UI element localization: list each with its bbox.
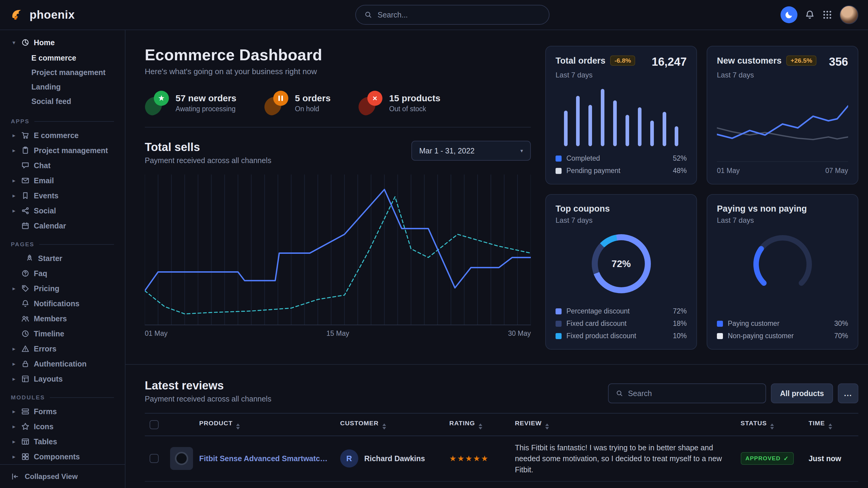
total-orders-bar-chart	[564, 89, 679, 146]
brand-logo-link[interactable]: phoenix	[10, 7, 124, 22]
stats-row: ★ 57 new ordersAwating processing 5 orde…	[145, 91, 531, 128]
paying-gauge-chart	[717, 232, 848, 290]
page-title: Ecommerce Dashboard	[145, 46, 531, 64]
column-header-time[interactable]: TIME	[804, 413, 858, 436]
new-customers-x-axis: 01 May 07 May	[717, 161, 848, 175]
sidebar-item-pricing[interactable]: ▸ Pricing	[7, 281, 118, 296]
column-header-customer[interactable]: CUSTOMER	[335, 413, 444, 436]
sidebar-item-components[interactable]: ▸ Components	[7, 449, 118, 464]
layout-icon	[21, 375, 30, 383]
new-customers-line-chart	[717, 87, 848, 158]
check-icon: ✓	[783, 455, 789, 462]
customer-avatar: R	[340, 449, 358, 467]
chevron-right-icon: ▸	[11, 148, 17, 154]
sidebar-item-home[interactable]: ▾ Home	[7, 35, 118, 50]
customer-name: Richard Dawkins	[364, 454, 425, 463]
reviews-search[interactable]	[608, 383, 766, 403]
tag-icon	[21, 284, 30, 293]
apps-grid-button[interactable]	[822, 10, 832, 20]
new-customers-card: New customers+26.5% 356 Last 7 days 01 M…	[707, 46, 858, 185]
chevron-right-icon: ▸	[11, 423, 17, 430]
sidebar-item-project-management-app[interactable]: ▸ Project management	[7, 143, 118, 158]
row-checkbox[interactable]	[150, 454, 159, 463]
sidebar-item-events[interactable]: ▸ Events	[7, 188, 118, 203]
reviews-search-input[interactable]	[628, 389, 758, 398]
sidebar-item-forms[interactable]: ▸ Forms	[7, 404, 118, 419]
search-icon	[364, 11, 372, 19]
collapse-icon	[11, 472, 19, 481]
rocket-icon	[25, 254, 34, 263]
sidebar-item-starter[interactable]: ▸ Starter	[7, 251, 118, 266]
review-time: Just now	[804, 436, 858, 481]
chevron-right-icon: ▸	[11, 409, 17, 415]
sort-icon	[770, 423, 774, 429]
column-header-rating[interactable]: RATING	[444, 413, 510, 436]
sidebar-item-errors[interactable]: ▸ Errors	[7, 341, 118, 356]
select-all-checkbox[interactable]	[150, 420, 159, 429]
sidebar-item-ecommerce-app[interactable]: ▸ E commerce	[7, 128, 118, 143]
global-search-input[interactable]	[378, 10, 540, 19]
date-range-select[interactable]: Mar 1 - 31, 2022 ▾	[411, 141, 531, 161]
sidebar-item-email[interactable]: ▸ Email	[7, 173, 118, 188]
bookmark-icon	[21, 191, 30, 200]
user-avatar[interactable]	[840, 5, 858, 24]
sidebar-subitem-ecommerce[interactable]: E commerce	[31, 51, 118, 65]
chevron-right-icon: ▸	[11, 208, 17, 214]
legend-item: Pending payment48%	[556, 167, 687, 175]
more-options-button[interactable]: ...	[838, 383, 858, 403]
brand-name: phoenix	[30, 8, 75, 22]
trend-badge: -6.8%	[610, 56, 635, 66]
sidebar-subitem-landing[interactable]: Landing	[31, 79, 118, 94]
sidebar-item-notifications[interactable]: ▸ Notifications	[7, 296, 118, 311]
star-icon: ★	[145, 91, 169, 115]
column-header-review[interactable]: REVIEW	[510, 413, 736, 436]
sidebar-section-pages: PAGES	[11, 241, 114, 248]
sidebar-section-modules: MODULES	[11, 394, 114, 401]
product-link[interactable]: Fitbit Sense Advanced Smartwatch with To…	[199, 454, 330, 463]
sidebar-item-faq[interactable]: ▸ Faq	[7, 266, 118, 281]
sidebar-item-timeline[interactable]: ▸ Timeline	[7, 326, 118, 341]
sidebar-item-calendar[interactable]: ▸ Calendar	[7, 218, 118, 233]
chevron-right-icon: ▸	[11, 376, 17, 382]
sidebar-item-social[interactable]: ▸ Social	[7, 203, 118, 218]
sidebar-item-chat[interactable]: ▸ Chat	[7, 158, 118, 173]
grid-icon	[822, 10, 832, 20]
top-coupons-card: Top coupons Last 7 days 72% Percentage d…	[545, 194, 697, 350]
notifications-button[interactable]	[805, 10, 815, 20]
sidebar-item-layouts[interactable]: ▸ Layouts	[7, 371, 118, 386]
sidebar-item-members[interactable]: ▸ Members	[7, 311, 118, 326]
sidebar-subitem-social-feed[interactable]: Social feed	[31, 94, 118, 108]
sidebar-item-tables[interactable]: ▸ Tables	[7, 434, 118, 449]
main-content: Ecommerce Dashboard Here's what's going …	[125, 30, 868, 488]
column-header-status[interactable]: STATUS	[736, 413, 804, 436]
legend-item: Non-paying customer70%	[717, 332, 848, 340]
theme-toggle-button[interactable]	[780, 6, 798, 23]
total-sells-subtitle: Payment received across all channels	[145, 156, 272, 165]
bell-icon	[21, 299, 30, 308]
review-text: This Fitbit is fantastic! I was trying t…	[515, 442, 731, 475]
all-products-button[interactable]: All products	[771, 383, 833, 403]
pause-icon	[264, 91, 288, 115]
share-icon	[21, 206, 30, 215]
sidebar-subitem-project-management[interactable]: Project management	[31, 65, 118, 79]
collapse-sidebar-button[interactable]: Collapsed View	[0, 464, 125, 488]
sidebar-item-label: Home	[34, 38, 55, 47]
select-all-checkbox-cell	[145, 413, 165, 436]
question-icon	[21, 269, 30, 278]
global-search[interactable]	[355, 5, 550, 25]
chevron-right-icon: ▸	[11, 286, 17, 292]
legend-item: Fixed card discount18%	[556, 320, 687, 328]
navbar-actions	[780, 5, 858, 24]
column-header-product[interactable]: PRODUCT	[165, 413, 335, 436]
x-icon: ×	[358, 91, 382, 115]
sidebar-item-authentication[interactable]: ▸ Authentication	[7, 356, 118, 371]
sidebar-item-icons[interactable]: ▸ Icons	[7, 419, 118, 434]
total-orders-value: 16,247	[652, 56, 687, 68]
top-coupons-donut-chart: 72%	[592, 234, 651, 293]
chat-icon	[21, 161, 30, 170]
pie-chart-icon	[21, 38, 30, 47]
chevron-right-icon: ▸	[11, 438, 17, 445]
paying-vs-non-paying-card: Paying vs non paying Last 7 days Paying …	[707, 194, 858, 350]
home-submenu: E commerce Project management Landing So…	[7, 50, 118, 110]
clipboard-icon	[21, 146, 30, 155]
